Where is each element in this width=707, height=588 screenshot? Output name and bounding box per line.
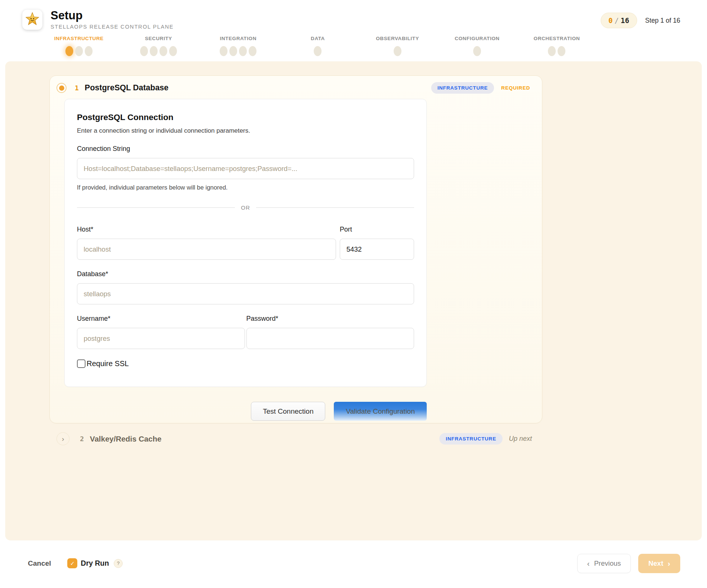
phase-dots (394, 46, 401, 56)
phase-security[interactable]: SECURITY (119, 36, 198, 56)
help-icon[interactable]: ? (114, 559, 123, 568)
phase-integration[interactable]: INTEGRATION (198, 36, 278, 56)
step-dot (394, 46, 401, 56)
main-content: 1 PostgreSQL Database INFRASTRUCTURE REQ… (5, 61, 702, 540)
step-dot (473, 46, 481, 56)
step-dot (548, 46, 556, 56)
phase-infrastructure[interactable]: INFRASTRUCTURE (39, 36, 119, 56)
port-input[interactable] (340, 239, 414, 260)
step-card-postgresql: 1 PostgreSQL Database INFRASTRUCTURE REQ… (49, 75, 542, 423)
phase-dots (65, 46, 93, 56)
progress-divider: / (614, 16, 619, 25)
previous-button[interactable]: ‹ Previous (577, 554, 631, 573)
progress-badge: 0 / 16 (601, 13, 637, 28)
step-dot (65, 46, 73, 56)
username-input[interactable] (77, 328, 245, 349)
or-divider: OR (77, 204, 414, 211)
or-divider-label: OR (241, 204, 250, 211)
database-input[interactable] (77, 283, 414, 304)
phase-dots (220, 46, 256, 56)
expand-step-button[interactable]: › (57, 432, 70, 445)
next-step-row: › 2 Valkey/Redis Cache INFRASTRUCTURE Up… (49, 423, 542, 445)
port-label: Port (340, 226, 414, 233)
next-button[interactable]: Next › (638, 554, 680, 573)
phase-dots (548, 46, 565, 56)
phase-orchestration[interactable]: ORCHESTRATION (517, 36, 597, 56)
step-dot (220, 46, 227, 56)
host-input[interactable] (77, 239, 336, 260)
password-input[interactable] (246, 328, 414, 349)
phase-label: SECURITY (145, 36, 172, 41)
phase-observability[interactable]: OBSERVABILITY (358, 36, 437, 56)
next-step-category-badge: INFRASTRUCTURE (439, 433, 503, 445)
test-connection-button[interactable]: Test Connection (251, 402, 325, 421)
progress-current: 0 (608, 16, 613, 25)
next-step-title: Valkey/Redis Cache (90, 434, 162, 443)
step-indicator: Step 1 of 16 (645, 17, 680, 25)
step-dot (249, 46, 256, 56)
host-label: Host* (77, 226, 336, 233)
phase-dots (140, 46, 177, 56)
cancel-button[interactable]: Cancel (28, 559, 51, 568)
phase-label: DATA (311, 36, 325, 41)
validate-configuration-button[interactable]: Validate Configuration (334, 402, 427, 421)
connection-string-help: If provided, individual parameters below… (77, 184, 414, 191)
page-title: Setup (51, 9, 174, 22)
phase-label: CONFIGURATION (455, 36, 500, 41)
step-dot (140, 46, 148, 56)
phase-configuration[interactable]: CONFIGURATION (437, 36, 517, 56)
step-dot (150, 46, 158, 56)
next-step-status: Up next (509, 435, 532, 443)
phase-stepper: INFRASTRUCTURE SECURITY INTEGRATION DATA… (39, 36, 597, 61)
step-dot (75, 46, 83, 56)
form-description: Enter a connection string or individual … (77, 127, 414, 135)
chevron-right-icon: › (62, 435, 64, 442)
required-badge: REQUIRED (501, 85, 530, 91)
app-header: Setup STELLAOPS RELEASE CONTROL PLANE 0 … (0, 0, 707, 61)
phase-label: INTEGRATION (220, 36, 256, 41)
progress-total: 16 (621, 16, 629, 25)
connection-string-input[interactable] (77, 158, 414, 179)
chevron-right-icon: › (668, 560, 670, 567)
step-title: PostgreSQL Database (85, 83, 168, 93)
step-dot (169, 46, 177, 56)
star-icon (25, 12, 40, 28)
require-ssl-label: Require SSL (87, 359, 129, 368)
step-number: 1 (75, 84, 79, 92)
require-ssl-checkbox[interactable] (77, 359, 85, 368)
dry-run-label: Dry Run (81, 559, 109, 568)
connection-string-label: Connection String (77, 145, 414, 153)
chevron-left-icon: ‹ (587, 560, 590, 567)
app-logo (22, 10, 42, 30)
check-icon: ✓ (70, 560, 75, 567)
connection-form-panel: PostgreSQL Connection Enter a connection… (64, 99, 427, 387)
step-dot (85, 46, 93, 56)
phase-label: INFRASTRUCTURE (54, 36, 104, 41)
form-heading: PostgreSQL Connection (77, 113, 414, 122)
phase-dots (473, 46, 481, 56)
step-dot (159, 46, 167, 56)
password-label: Password* (246, 315, 414, 323)
step-dot (314, 46, 322, 56)
phase-label: OBSERVABILITY (376, 36, 419, 41)
wizard-footer: Cancel ✓ Dry Run ? ‹ Previous Next › (0, 540, 707, 586)
phase-dots (314, 46, 322, 56)
database-label: Database* (77, 270, 414, 278)
username-label: Username* (77, 315, 245, 323)
phase-label: ORCHESTRATION (534, 36, 580, 41)
active-step-radio[interactable] (57, 83, 67, 93)
dry-run-checkbox[interactable]: ✓ (67, 558, 77, 568)
step-dot (558, 46, 565, 56)
category-badge: INFRASTRUCTURE (431, 82, 494, 94)
next-step-number: 2 (80, 435, 84, 443)
phase-data[interactable]: DATA (278, 36, 358, 56)
page-subtitle: STELLAOPS RELEASE CONTROL PLANE (51, 24, 174, 30)
step-dot (229, 46, 237, 56)
step-dot (239, 46, 247, 56)
